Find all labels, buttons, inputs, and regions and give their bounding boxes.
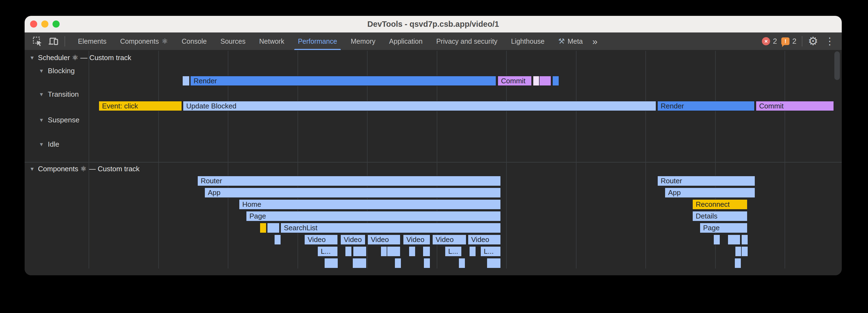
- flame-bar[interactable]: [259, 222, 267, 233]
- track-header-scheduler[interactable]: ▼ Scheduler ⚛ — Custom track: [30, 54, 131, 62]
- flame-bar[interactable]: [423, 258, 430, 269]
- collapse-triangle-icon[interactable]: ▼: [30, 55, 35, 61]
- flame-bar-video[interactable]: Video: [468, 234, 501, 245]
- flame-bar-commit[interactable]: Commit: [755, 101, 834, 111]
- flame-bar[interactable]: [469, 246, 476, 257]
- flame-bar-video[interactable]: Video: [304, 234, 338, 245]
- flame-bar-video[interactable]: Video: [403, 234, 430, 245]
- flame-bar-app[interactable]: App: [204, 187, 501, 198]
- flame-bar[interactable]: [487, 258, 501, 269]
- flame-bar[interactable]: [324, 258, 338, 269]
- flame-bar-l-[interactable]: L...: [317, 246, 338, 257]
- toggle-device-toolbar-button[interactable]: [48, 35, 59, 47]
- tab-components[interactable]: Components⚛: [113, 33, 175, 50]
- flame-bar[interactable]: [409, 246, 416, 257]
- tab-sources[interactable]: Sources: [214, 33, 252, 50]
- tab-label: Lighthouse: [511, 37, 545, 45]
- flame-bar-label: Home: [242, 200, 261, 209]
- flame-bar-label: Update Blocked: [186, 102, 237, 110]
- flame-bar[interactable]: [345, 246, 352, 257]
- flame-bar-l-[interactable]: L...: [480, 246, 501, 257]
- lane-label-idle[interactable]: ▼Idle: [39, 140, 59, 148]
- collapse-triangle-icon[interactable]: ▼: [39, 68, 44, 74]
- flame-bar-app[interactable]: App: [664, 187, 755, 198]
- error-count[interactable]: 2: [773, 37, 777, 46]
- flame-bar[interactable]: [713, 234, 720, 245]
- flame-bar[interactable]: [352, 258, 367, 269]
- tab-performance[interactable]: Performance: [291, 33, 344, 50]
- flame-bar-update-blocked[interactable]: Update Blocked: [183, 101, 656, 111]
- collapse-triangle-icon[interactable]: ▼: [39, 141, 44, 147]
- flame-bar-router[interactable]: Router: [657, 176, 755, 186]
- lane-label-blocking[interactable]: ▼Blocking: [39, 67, 75, 75]
- flame-chart-content[interactable]: ▼ Scheduler ⚛ — Custom track ▼ Component…: [25, 50, 842, 275]
- inspect-element-button[interactable]: [32, 35, 43, 47]
- flame-bar[interactable]: [387, 246, 401, 257]
- tab-label: Elements: [78, 37, 106, 45]
- flame-bar-render[interactable]: Render: [190, 76, 496, 86]
- flame-bar-video[interactable]: Video: [340, 234, 366, 245]
- close-button[interactable]: [30, 21, 37, 28]
- flame-bar-label: SearchList: [284, 224, 317, 232]
- tab-label: Console: [182, 37, 207, 45]
- flame-bar[interactable]: [741, 234, 748, 245]
- flame-bar[interactable]: [274, 234, 281, 245]
- flame-bar-label: Render: [194, 77, 217, 85]
- tab-lighthouse[interactable]: Lighthouse: [504, 33, 551, 50]
- flame-bar[interactable]: [458, 258, 465, 269]
- warning-icon[interactable]: !: [781, 37, 789, 45]
- flame-bar-reconnect[interactable]: Reconnect: [692, 199, 748, 210]
- tab-label: Sources: [220, 37, 246, 45]
- warning-count[interactable]: 2: [792, 37, 796, 46]
- flame-bar-page[interactable]: Page: [246, 211, 501, 221]
- flame-bar-event-click[interactable]: Event: click: [98, 101, 182, 111]
- vertical-scrollbar-thumb[interactable]: [834, 51, 840, 80]
- tab-privacy-and-security[interactable]: Privacy and security: [429, 33, 504, 50]
- flame-bar-label: Video: [471, 236, 489, 244]
- toolbar-divider: [65, 36, 65, 46]
- lane-label-transition[interactable]: ▼Transition: [39, 90, 79, 99]
- tools-icon: ⚒: [558, 37, 565, 46]
- flame-bar-details[interactable]: Details: [692, 211, 748, 221]
- minimize-button[interactable]: [41, 21, 49, 28]
- flame-bar[interactable]: [727, 234, 741, 245]
- error-icon[interactable]: ×: [762, 37, 770, 45]
- flame-bar-commit[interactable]: Commit: [497, 76, 532, 86]
- tab-elements[interactable]: Elements: [71, 33, 113, 50]
- flame-bar[interactable]: [552, 76, 559, 86]
- flame-bar[interactable]: [539, 76, 551, 86]
- flame-bar-video[interactable]: Video: [367, 234, 401, 245]
- flame-bar[interactable]: [423, 246, 430, 257]
- lane-name: Idle: [48, 140, 59, 148]
- settings-gear-icon[interactable]: ⚙: [808, 35, 818, 47]
- flame-bar[interactable]: [182, 76, 190, 86]
- lane-name: Transition: [48, 90, 79, 99]
- tab-memory[interactable]: Memory: [344, 33, 382, 50]
- track-header-components[interactable]: ▼ Components ⚛ — Custom track: [30, 165, 140, 173]
- tab-application[interactable]: Application: [382, 33, 429, 50]
- flame-bar[interactable]: [267, 222, 280, 233]
- flame-bar-video[interactable]: Video: [432, 234, 467, 245]
- flame-bar[interactable]: [394, 258, 401, 269]
- flame-bar-l-[interactable]: L...: [445, 246, 462, 257]
- flame-bar-page[interactable]: Page: [700, 222, 748, 233]
- flame-bar[interactable]: [734, 258, 741, 269]
- more-options-icon[interactable]: ⋮: [823, 36, 835, 46]
- toolbar-left-icons: [25, 35, 71, 47]
- tab-meta[interactable]: ⚒Meta: [551, 33, 590, 50]
- flame-bar-searchlist[interactable]: SearchList: [280, 222, 501, 233]
- flame-bar[interactable]: [741, 246, 748, 257]
- more-tabs-button[interactable]: »: [590, 36, 600, 47]
- flame-bar-router[interactable]: Router: [197, 176, 501, 186]
- lane-label-suspense[interactable]: ▼Suspense: [39, 116, 79, 124]
- flame-bar-render[interactable]: Render: [657, 101, 755, 111]
- collapse-triangle-icon[interactable]: ▼: [39, 117, 44, 123]
- collapse-triangle-icon[interactable]: ▼: [39, 92, 44, 98]
- zoom-button[interactable]: [53, 21, 60, 28]
- flame-bar-home[interactable]: Home: [239, 199, 501, 210]
- collapse-triangle-icon[interactable]: ▼: [30, 166, 35, 172]
- tab-console[interactable]: Console: [175, 33, 214, 50]
- flame-bar[interactable]: [353, 246, 367, 257]
- track-divider: [25, 162, 842, 163]
- tab-network[interactable]: Network: [252, 33, 291, 50]
